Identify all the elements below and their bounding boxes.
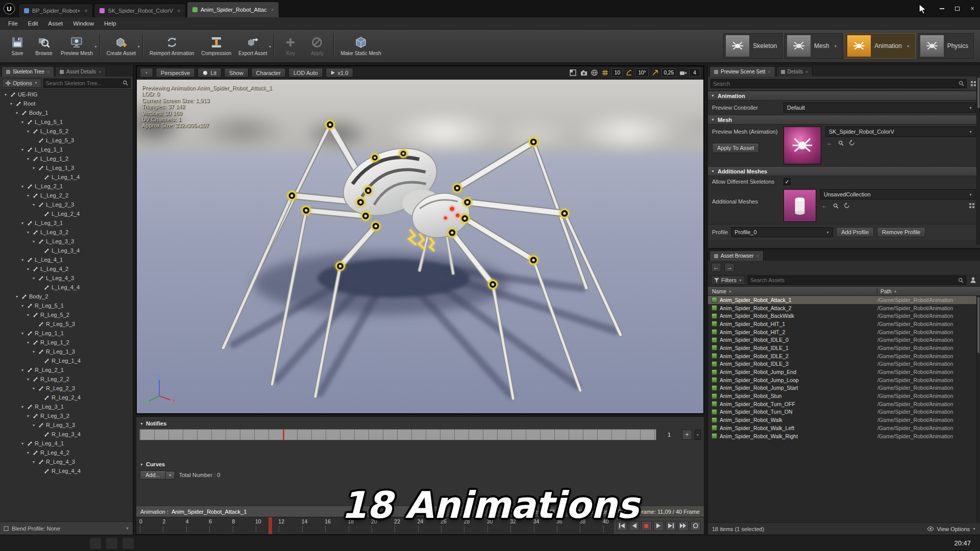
bone-row[interactable]: ▼ UE-RIG — [0, 90, 133, 99]
bone-row[interactable]: R_Leg_4_4 — [0, 466, 133, 475]
expand-arrow-icon[interactable]: ▼ — [26, 378, 31, 381]
bone-row[interactable]: L_Leg_2_4 — [0, 209, 133, 218]
track-scrollbar[interactable]: ▼ — [695, 430, 701, 440]
maximize-viewport-icon[interactable] — [569, 68, 577, 77]
bone-row[interactable]: ▼ L_Leg_1_2 — [0, 154, 133, 163]
mode-skeleton-button[interactable]: Skeleton — [723, 33, 782, 59]
bone-row[interactable]: ▼ L_Leg_1_1 — [0, 145, 133, 154]
document-tab[interactable]: Anim_Spider_Robot_Attac × — [187, 2, 279, 17]
allow-different-skeletons-checkbox[interactable]: ✓ — [783, 178, 791, 185]
section-animation[interactable]: ▼ Animation — [708, 91, 980, 101]
create-asset-button[interactable]: Create Asset ▼ — [103, 34, 139, 58]
bone-row[interactable]: ▼ R_Leg_5_1 — [0, 301, 133, 310]
record-button[interactable] — [641, 521, 652, 531]
expand-arrow-icon[interactable]: ▼ — [31, 423, 36, 427]
dropdown-arrow-icon[interactable]: ▼ — [94, 45, 97, 48]
dropdown-arrow-icon[interactable]: ▼ — [268, 45, 272, 48]
reset-to-default-icon[interactable] — [848, 139, 856, 146]
asset-row[interactable]: Anim_Spider_Robot_Turn_OFF /Game/Spider_… — [708, 400, 976, 408]
expand-arrow-icon[interactable]: ▼ — [20, 185, 25, 188]
bone-row[interactable]: ▼ R_Leg_1_1 — [0, 329, 133, 338]
reset-to-default-icon[interactable] — [843, 202, 851, 209]
back-icon[interactable]: ← — [711, 263, 721, 272]
scale-snap-icon[interactable] — [651, 68, 659, 77]
add-curve-button[interactable]: Add... ▼ — [140, 470, 175, 480]
asset-row[interactable]: Anim_Spider_Robot_Walk_Right /Game/Spide… — [708, 432, 976, 440]
camera-speed-value[interactable]: 4 — [689, 68, 700, 77]
preview-settings-search-input[interactable] — [713, 81, 959, 87]
expand-arrow-icon[interactable]: ▼ — [26, 313, 31, 317]
asset-row[interactable]: Anim_Spider_Robot_IDLE_1 /Game/Spider_Ro… — [708, 344, 976, 352]
lod-button[interactable]: LOD Auto — [288, 68, 323, 78]
world-icon[interactable] — [590, 68, 599, 77]
menu-item[interactable]: Asset — [43, 18, 68, 29]
bone-row[interactable]: ▼ Root — [0, 99, 133, 108]
additional-meshes-thumbnail[interactable] — [783, 189, 816, 222]
preview-mesh-thumbnail[interactable] — [783, 127, 821, 164]
mode-animation-button[interactable]: Animation ▼ — [845, 33, 915, 59]
expand-arrow-icon[interactable]: ▼ — [26, 130, 31, 133]
expand-arrow-icon[interactable]: ▼ — [20, 332, 25, 335]
tab-skeleton-tree[interactable]: Skeleton Tree × — [2, 66, 54, 77]
bone-row[interactable]: ▼ L_Leg_4_3 — [0, 273, 133, 283]
find-in-browser-icon[interactable] — [831, 202, 840, 209]
angle-snap-value[interactable]: 10° — [635, 68, 648, 77]
expand-arrow-icon[interactable]: ▼ — [14, 111, 19, 115]
bone-row[interactable]: ▼ R_Leg_2_2 — [0, 374, 133, 384]
reimport-animation-button[interactable]: Reimport Animation — [146, 34, 198, 58]
minimize-button[interactable] — [934, 3, 949, 15]
collapse-arrow-icon[interactable]: ▼ — [711, 94, 715, 97]
expand-arrow-icon[interactable]: ▼ — [26, 194, 31, 197]
asset-list-scrollbar[interactable] — [976, 296, 980, 522]
asset-row[interactable]: Anim_Spider_Robot_Attack_2 /Game/Spider_… — [708, 304, 976, 312]
dropdown-arrow-icon[interactable]: ▼ — [137, 45, 140, 48]
menu-item[interactable]: Help — [99, 18, 121, 29]
viewport-options-dropdown[interactable]: ▼ — [140, 68, 153, 78]
tab-asset-browser[interactable]: Asset Browser × — [709, 251, 764, 261]
expand-arrow-icon[interactable]: ▼ — [20, 368, 25, 372]
expand-arrow-icon[interactable]: ▼ — [31, 166, 36, 170]
apply-to-asset-button[interactable]: Apply To Asset — [712, 143, 759, 153]
dropdown-arrow-icon[interactable]: ▼ — [906, 44, 910, 48]
bone-row[interactable]: ▼ R_Leg_4_2 — [0, 448, 133, 457]
close-icon[interactable]: × — [768, 69, 770, 74]
expand-arrow-icon[interactable]: ▼ — [31, 240, 36, 243]
expand-arrow-icon[interactable]: ▼ — [20, 442, 25, 445]
collapse-arrow-icon[interactable]: ▼ — [711, 169, 715, 173]
close-icon[interactable]: × — [177, 8, 180, 14]
skeleton-search-input[interactable] — [46, 80, 122, 86]
tab-details[interactable]: Details × — [776, 66, 813, 77]
expand-arrow-icon[interactable]: ▼ — [20, 120, 25, 124]
bone-row[interactable]: ▼ R_Leg_1_2 — [0, 338, 133, 347]
bone-row[interactable]: ▼ R_Leg_4_1 — [0, 439, 133, 448]
step-forward-button[interactable] — [666, 521, 676, 531]
expand-arrow-icon[interactable]: ▼ — [31, 460, 36, 464]
bone-row[interactable]: L_Leg_5_3 — [0, 136, 133, 145]
asset-search-input[interactable] — [750, 277, 958, 283]
make-static-mesh-button[interactable]: Make Static Mesh — [337, 34, 384, 58]
bone-row[interactable]: ▼ Body_1 — [0, 108, 133, 117]
use-selected-asset-icon[interactable]: ← — [820, 202, 828, 209]
bone-row[interactable]: R_Leg_3_4 — [0, 430, 133, 439]
find-in-browser-icon[interactable] — [837, 139, 845, 146]
notify-track[interactable] — [139, 429, 656, 440]
asset-row[interactable]: Anim_Spider_Robot_Attack_1 /Game/Spider_… — [708, 296, 976, 304]
grid-snap-icon[interactable] — [601, 68, 609, 77]
bone-row[interactable]: ▼ R_Leg_4_3 — [0, 457, 133, 466]
bone-row[interactable]: ▼ L_Leg_3_2 — [0, 228, 133, 237]
bone-row[interactable]: ▼ L_Leg_2_1 — [0, 182, 133, 191]
close-icon[interactable]: × — [805, 69, 808, 74]
document-tab[interactable]: SK_Spider_Robot_ColorV × — [94, 4, 186, 17]
expand-arrow-icon[interactable]: ▼ — [26, 414, 31, 418]
asset-row[interactable]: Anim_Spider_Robot_IDLE_0 /Game/Spider_Ro… — [708, 336, 976, 344]
preview-mesh-select[interactable]: SK_Spider_Robot_ColorV ▼ — [825, 127, 976, 137]
expand-arrow-icon[interactable]: ▼ — [31, 203, 36, 207]
additional-meshes-select[interactable]: UnsavedCollection ▼ — [820, 189, 976, 199]
close-icon[interactable]: × — [99, 69, 101, 74]
close-icon[interactable]: × — [84, 8, 87, 14]
bone-row[interactable]: R_Leg_1_4 — [0, 356, 133, 365]
view-mode-button[interactable]: Lit — [198, 68, 222, 78]
bone-row[interactable]: L_Leg_1_4 — [0, 172, 133, 182]
bone-row[interactable]: ▼ L_Leg_4_2 — [0, 264, 133, 273]
mode-mesh-button[interactable]: Mesh ▼ — [785, 33, 843, 59]
